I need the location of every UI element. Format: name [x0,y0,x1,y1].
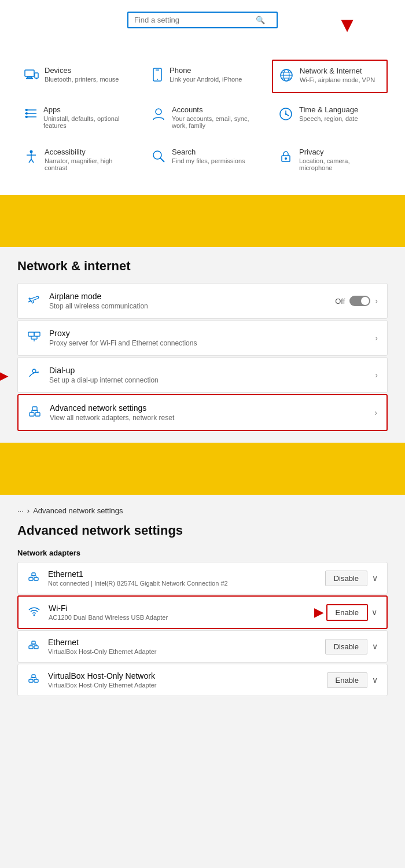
settings-item-devices[interactable]: Devices Bluetooth, printers, mouse [17,60,133,93]
settings-item-time[interactable]: Time & Language Speech, region, date [272,99,388,135]
phone-icon [151,67,164,86]
devices-subtitle: Bluetooth, printers, mouse [45,76,119,83]
settings-item-privacy[interactable]: Privacy Location, camera, microphone [272,141,388,178]
network-subtitle: Wi-Fi, airplane mode, VPN [300,76,375,83]
network-internet-section: Network & internet Airplane mode Stop al… [0,247,405,443]
airplane-mode-icon [27,293,41,310]
time-subtitle: Speech, region, date [299,115,358,122]
dialup-title: Dial-up [49,366,375,375]
search-input[interactable] [134,16,256,24]
accessibility-subtitle: Narrator, magnifier, high contrast [45,157,127,171]
ethernet-icon [27,639,40,654]
virtualbox-title: VirtualBox Host-Only Network [48,671,327,681]
svg-rect-61 [29,679,33,682]
phone-title: Phone [170,66,242,75]
ethernet1-adapter-item[interactable]: Ethernet1 Not connected | Intel(R) 82574… [17,562,388,594]
network-title: Network & Internet [300,67,375,75]
airplane-toggle[interactable] [349,296,370,306]
svg-rect-33 [28,332,34,336]
settings-item-accounts[interactable]: Accounts Your accounts, email, sync, wor… [145,99,260,135]
proxy-icon [27,330,41,347]
accessibility-icon [24,149,39,167]
settings-item-accessibility[interactable]: Accessibility Narrator, magnifier, high … [17,141,133,178]
advanced-network-page-title: Advanced network settings [17,523,388,538]
chevron-down-icon: ∨ [372,573,378,583]
proxy-title: Proxy [49,329,375,338]
devices-title: Devices [45,66,119,75]
accounts-subtitle: Your accounts, email, sync, work, family [172,115,254,129]
apps-title: Apps [43,105,127,114]
svg-rect-48 [32,573,35,576]
wifi-subtitle: AC1200 Dual Band Wireless USB Adapter [49,614,314,621]
svg-rect-56 [32,641,35,644]
yellow-separator-1 [0,195,405,247]
virtualbox-subtitle: VirtualBox Host-Only Ethernet Adapter [48,682,327,689]
advanced-network-item[interactable]: Advanced network settings View all netwo… [17,394,388,431]
time-title: Time & Language [299,105,358,114]
settings-item-apps[interactable]: Apps Uninstall, defaults, optional featu… [17,99,133,135]
search-bar[interactable]: 🔍 [127,12,278,28]
accessibility-title: Accessibility [45,148,127,156]
svg-rect-42 [35,413,40,416]
svg-point-54 [34,614,35,616]
adapter-list: Ethernet1 Not connected | Intel(R) 82574… [17,562,388,696]
ethernet1-subtitle: Not connected | Intel(R) 82574L Gigabit … [48,580,325,587]
settings-item-phone[interactable]: Phone Link your Android, iPhone [145,60,260,93]
svg-point-4 [36,78,37,79]
settings-item-network[interactable]: Network & Internet Wi-Fi, airplane mode,… [272,60,388,93]
svg-point-29 [153,151,161,159]
network-section-title: Network & internet [17,259,388,274]
dialup-item[interactable]: Dial-up Set up a dial-up internet connec… [17,357,388,393]
svg-point-17 [25,112,28,115]
proxy-item[interactable]: Proxy Proxy server for Wi-Fi and Etherne… [17,320,388,356]
airplane-mode-item[interactable]: Airplane mode Stop all wireless communic… [17,283,388,319]
search-icon: 🔍 [256,16,265,24]
virtualbox-enable-button[interactable]: Enable [327,672,367,688]
accounts-icon [151,106,166,125]
svg-rect-63 [34,679,38,682]
svg-point-19 [156,109,161,115]
network-adapters-heading: Network adapters [17,549,388,557]
svg-point-32 [285,157,287,160]
red-arrow-wifi: ▶ [314,605,323,619]
red-arrow-dialup: ▶ [0,366,9,384]
virtualbox-icon [27,672,40,688]
privacy-subtitle: Location, camera, microphone [299,157,381,171]
svg-point-18 [25,116,28,118]
breadcrumb-current: Advanced network settings [33,506,123,515]
ethernet-adapter-item[interactable]: Ethernet VirtualBox Host-Only Ethernet A… [17,630,388,663]
toggle-label: Off [335,297,345,306]
phone-subtitle: Link your Android, iPhone [170,76,242,83]
virtualbox-network-item[interactable]: VirtualBox Host-Only Network VirtualBox … [17,664,388,696]
ethernet1-disable-button[interactable]: Disable [325,571,367,586]
red-arrow-network: ▼ [337,14,358,35]
wifi-enable-button[interactable]: Enable [326,604,368,621]
settings-grid: Devices Bluetooth, printers, mouse Phone… [17,60,388,178]
chevron-down-icon: ∨ [372,675,378,685]
chevron-right-icon: › [375,370,378,380]
network-icon [279,68,294,86]
devices-icon [24,67,39,86]
wifi-adapter-item[interactable]: Wi-Fi AC1200 Dual Band Wireless USB Adap… [17,595,388,629]
search-subtitle: Find my files, permissions [172,157,245,164]
apps-icon [24,106,38,124]
dialup-icon [27,367,41,384]
svg-point-16 [25,109,28,111]
chevron-right-icon: › [375,333,378,343]
dialup-subtitle: Set up a dial-up internet connection [49,376,375,384]
ethernet1-title: Ethernet1 [48,569,325,579]
svg-rect-34 [34,332,40,336]
yellow-separator-2 [0,443,405,495]
privacy-icon [278,149,293,167]
svg-rect-62 [32,675,35,678]
ethernet-title: Ethernet [48,638,325,647]
wifi-title: Wi-Fi [49,604,314,613]
breadcrumb: ··· › Advanced network settings [17,506,388,515]
airplane-mode-title: Airplane mode [49,292,335,301]
advanced-network-section: ··· › Advanced network settings Advanced… [0,495,405,708]
ethernet-disable-button[interactable]: Disable [325,639,367,654]
breadcrumb-separator: › [27,506,30,515]
chevron-right-icon: › [374,408,377,417]
svg-rect-1 [27,77,32,78]
settings-item-search[interactable]: Search Find my files, permissions [145,141,260,178]
